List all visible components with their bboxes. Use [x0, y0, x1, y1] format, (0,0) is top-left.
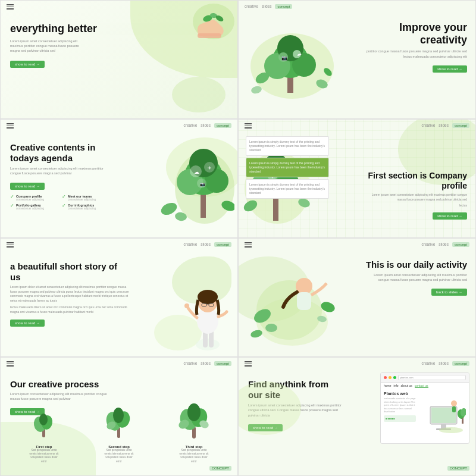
nav-concept-5[interactable]: concept: [214, 242, 231, 247]
nav-creative-5[interactable]: creative: [184, 242, 198, 247]
nav-creative[interactable]: creative: [245, 4, 258, 9]
browser-site-text: malesuada contents of a page when lookin…: [384, 397, 416, 414]
slide-3: creative slides concept ☁ ✈ 📷 Creative c…: [0, 119, 238, 238]
nav-creative-4[interactable]: creative: [422, 123, 436, 128]
nav-creative-8[interactable]: creative: [422, 361, 436, 366]
slide-2: creative slides concept 📷 Improve your c…: [238, 0, 476, 119]
check-text-1: Meet our teams consectetuer adipiscing: [68, 195, 96, 201]
check-sub-0: consectetuer adipiscing: [16, 198, 44, 201]
nav-concept-4[interactable]: concept: [452, 123, 469, 128]
step-desc-0: Sed perspiciatis unde omnis iste natus e…: [28, 449, 61, 464]
slide-6-content: This is our daily activity Lorem ipsum a…: [363, 259, 467, 296]
bottom-concept-7[interactable]: CONCEPT: [209, 466, 231, 471]
browser-dot-green[interactable]: [393, 376, 396, 379]
svg-point-49: [198, 290, 218, 304]
browser-right-panel: [418, 392, 466, 441]
browser-content: Plantos web malesuada contents of a page…: [381, 389, 469, 444]
slide-4-title-area: First section is Company profile Lorem i…: [366, 171, 467, 220]
hamburger-icon-5[interactable]: [7, 242, 14, 248]
slide-2-btn-wrap: show to read →: [366, 62, 467, 73]
slide-7-nav-items: creative slides concept: [184, 361, 231, 366]
browser-green-card[interactable]: ■ ■■■■■: [384, 415, 416, 422]
slide-8-nav: creative slides concept: [239, 361, 475, 367]
svg-point-81: [451, 400, 457, 406]
step-desc-1: Sed perspiciatis unde omnis iste natus e…: [103, 449, 136, 464]
browser-nav-info[interactable]: info: [394, 384, 399, 388]
process-step-0: First step Sed perspiciatis unde omnis i…: [28, 408, 61, 464]
check-sub-1: consectetuer adipiscing: [68, 198, 96, 201]
check-text-3: Our infographics consectetuer adipiscing: [68, 203, 96, 210]
nav-slides-5[interactable]: slides: [201, 242, 211, 247]
browser-url-bar[interactable]: plantos.com: [398, 375, 466, 380]
slide-5-btn[interactable]: show to read →: [10, 320, 45, 327]
slide-7-nav: creative slides concept: [1, 361, 237, 367]
slide-6-body: Lorem ipsum amet consectetuer adipiscing…: [363, 273, 467, 283]
step-desc-2: Sed perspiciatis unde omnis iste natus e…: [178, 449, 211, 464]
browser-nav-bar: home info about us contact us: [381, 383, 469, 389]
nav-creative-6[interactable]: creative: [422, 242, 436, 247]
slide-4-note: lectus: [366, 203, 467, 207]
hamburger-icon-3[interactable]: [7, 123, 14, 129]
slide-6-menu: [245, 242, 252, 248]
slide-5-body1: Lorem ipsum dolor sit amet consectetuer …: [10, 285, 129, 303]
hamburger-icon-8[interactable]: [245, 361, 252, 367]
nav-slides-4[interactable]: slides: [439, 123, 449, 128]
browser-dot-red[interactable]: [384, 376, 387, 379]
hamburger-icon-4[interactable]: [245, 123, 252, 129]
nav-concept-7[interactable]: concept: [214, 361, 231, 366]
nav-concept-3[interactable]: concept: [214, 123, 231, 128]
slide-4-btn[interactable]: show to read →: [433, 212, 467, 220]
bottom-concept-8[interactable]: CONCEPT: [447, 466, 469, 471]
browser-nav-about[interactable]: about us: [401, 384, 412, 388]
nav-concept-6[interactable]: concept: [452, 242, 469, 247]
nav-slides[interactable]: slides: [262, 4, 272, 9]
slide-6-btn[interactable]: back to slides →: [431, 289, 467, 296]
slide-2-nav-items: creative slides concept: [245, 4, 292, 9]
browser-illustration: [418, 392, 466, 439]
svg-text:☁: ☁: [194, 169, 199, 175]
nav-concept-8[interactable]: concept: [452, 361, 469, 366]
menu-left: [7, 4, 14, 10]
browser-nav-home[interactable]: home: [384, 384, 392, 388]
slide-6-btn-wrap: back to slides →: [363, 285, 467, 296]
nav-slides-6[interactable]: slides: [439, 242, 449, 247]
slide-3-btn[interactable]: show to read →: [10, 183, 45, 190]
slide-1-btn[interactable]: show to read →: [10, 61, 45, 68]
svg-point-58: [265, 324, 277, 332]
browser-dot-yellow[interactable]: [389, 376, 392, 379]
hamburger-icon-7[interactable]: [7, 361, 14, 367]
slide-6-title: This is our daily activity: [363, 259, 467, 270]
slide-5-content: a beautifull short story of us Lorem ips…: [10, 261, 129, 327]
plant-icon-2: [178, 402, 211, 440]
slide-4-cards: Lorem ipsum is simply dummy text of the …: [246, 136, 329, 201]
slide-2-title: Improve your creativity: [366, 21, 467, 46]
nav-concept[interactable]: concept: [275, 4, 292, 9]
nav-slides-7[interactable]: slides: [201, 361, 211, 366]
text-card-0: Lorem ipsum is simply dummy text of the …: [246, 136, 329, 156]
nav-creative-7[interactable]: creative: [184, 361, 198, 366]
nav-slides-8[interactable]: slides: [439, 361, 449, 366]
hamburger-icon[interactable]: [7, 4, 14, 10]
svg-text:📷: 📷: [200, 181, 205, 187]
nav-creative-3[interactable]: creative: [184, 123, 198, 128]
slide-2-body: porttitor congue massa fusce posuere mag…: [366, 49, 467, 59]
check-label-0: Company profile: [16, 195, 44, 198]
svg-text:✈: ✈: [208, 165, 212, 171]
svg-point-47: [184, 303, 189, 308]
slide-1-nav: [1, 4, 237, 10]
svg-rect-78: [431, 408, 456, 423]
browser-nav-contact[interactable]: contact us: [415, 384, 428, 388]
slide-3-checklist: ✓ Company profile consectetuer adipiscin…: [10, 195, 111, 210]
slide-2-btn[interactable]: show to read →: [433, 65, 467, 73]
svg-rect-85: [462, 418, 464, 424]
nav-slides-3[interactable]: slides: [201, 123, 211, 128]
slide-3-content: Creative contents in todays agenda Lorem…: [10, 142, 111, 210]
hamburger-icon-6[interactable]: [245, 242, 252, 248]
check-item-2: ✓ Portfolio gallery consectetuer adipisc…: [10, 203, 60, 210]
svg-point-86: [439, 427, 463, 433]
slide-6: creative slides concept This is our dail…: [238, 238, 476, 357]
svg-point-65: [39, 414, 48, 425]
check-label-2: Portfolio gallery: [16, 203, 44, 207]
browser-bar: plantos.com: [381, 373, 469, 383]
svg-rect-82: [452, 406, 456, 412]
